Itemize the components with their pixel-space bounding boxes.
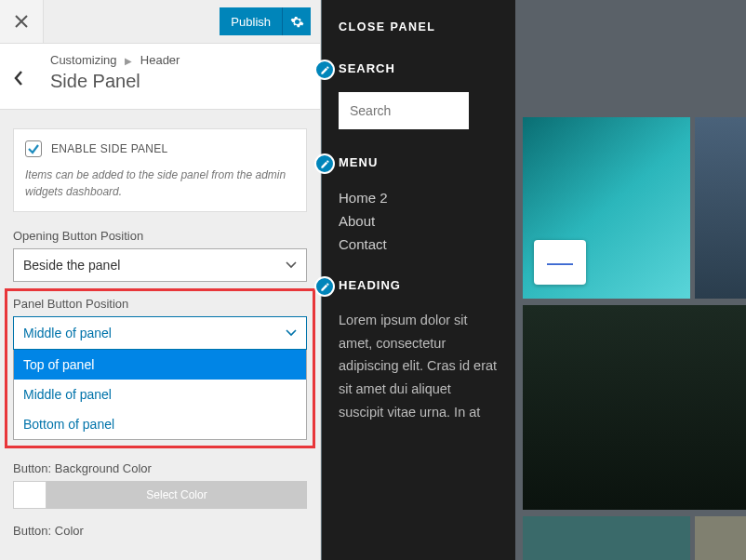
enable-checkbox[interactable] (25, 140, 42, 157)
opening-position-label: Opening Button Position (13, 229, 307, 243)
menu-item[interactable]: Contact (339, 233, 499, 256)
crumb-root: Customizing (50, 53, 117, 67)
panel-position-value: Middle of panel (23, 326, 112, 340)
pencil-icon (320, 65, 330, 75)
panel-position-label: Panel Button Position (13, 297, 307, 311)
panel-position-option[interactable]: Bottom of panel (14, 409, 306, 439)
panel-toggle-button[interactable]: — (534, 240, 586, 285)
opening-position-control: Opening Button Position Beside the panel (13, 229, 307, 282)
crumb-sep-icon: ▶ (125, 56, 132, 66)
menu-heading: MENU (339, 155, 499, 169)
opening-position-select[interactable]: Beside the panel (13, 248, 307, 282)
preview-image (523, 516, 690, 560)
menu-item[interactable]: Home 2 (339, 186, 499, 209)
chevron-left-icon (13, 70, 24, 87)
page-title: Side Panel (50, 71, 180, 92)
color-swatch[interactable] (13, 481, 47, 509)
preview-image (695, 516, 746, 560)
enable-panel-box: ENABLE SIDE PANEL Items can be added to … (13, 128, 307, 212)
lorem-text: Lorem ipsum dolor sit amet, consectetur … (339, 309, 499, 423)
select-color-button[interactable]: Select Color (47, 481, 307, 509)
customizer-pane: Publish Customizing ▶ Header Side Panel (0, 0, 321, 560)
back-button[interactable] (13, 53, 50, 87)
customizer-topbar: Publish (0, 0, 320, 44)
button-color-label: Button: Color (13, 524, 307, 538)
publish-settings-button[interactable] (283, 7, 311, 35)
enable-help-text: Items can be added to the side panel fro… (25, 167, 295, 200)
panel-position-option[interactable]: Top of panel (14, 350, 306, 380)
search-heading: SEARCH (339, 61, 499, 75)
panel-position-dropdown: Top of panel Middle of panel Bottom of p… (13, 350, 307, 440)
minus-icon: — (547, 247, 573, 277)
opening-position-value: Beside the panel (23, 258, 120, 273)
menu-list: Home 2 About Contact (339, 186, 499, 256)
pencil-icon (320, 159, 330, 169)
menu-item[interactable]: About (339, 209, 499, 233)
pencil-icon (320, 282, 330, 292)
close-panel-link[interactable]: CLOSE PANEL (339, 20, 499, 33)
crumb-parent: Header (140, 53, 180, 67)
close-icon (15, 15, 28, 28)
site-preview: — (515, 0, 746, 560)
publish-button[interactable]: Publish (220, 7, 283, 35)
panel-position-option[interactable]: Middle of panel (14, 380, 306, 409)
chevron-down-icon (286, 261, 297, 269)
preview-image (695, 117, 746, 299)
button-bgcolor-label: Button: Background Color (13, 461, 307, 475)
side-panel-preview: CLOSE PANEL SEARCH MENU Home 2 About Con… (322, 0, 515, 560)
enable-label: ENABLE SIDE PANEL (51, 142, 168, 155)
topbar-spacer (44, 0, 210, 43)
edit-widget-button[interactable] (314, 60, 335, 80)
search-input[interactable] (339, 92, 469, 129)
button-color-control: Button: Color (13, 524, 307, 538)
panel-position-select[interactable]: Middle of panel (13, 316, 307, 350)
chevron-down-icon (286, 329, 297, 337)
close-customizer-button[interactable] (0, 0, 44, 43)
gear-icon (290, 15, 304, 29)
button-bgcolor-control: Button: Background Color Select Color (13, 461, 307, 509)
preview-image (523, 305, 746, 510)
controls-area: ENABLE SIDE PANEL Items can be added to … (0, 110, 320, 559)
edit-widget-button[interactable] (314, 153, 335, 174)
breadcrumb-text: Customizing ▶ Header Side Panel (50, 53, 180, 92)
panel-position-highlight: Panel Button Position Middle of panel To… (5, 288, 315, 448)
heading-heading: HEADING (339, 278, 499, 292)
check-icon (27, 142, 40, 155)
breadcrumb-header: Customizing ▶ Header Side Panel (0, 44, 320, 110)
publish-group: Publish (210, 0, 320, 43)
edit-widget-button[interactable] (314, 276, 335, 297)
